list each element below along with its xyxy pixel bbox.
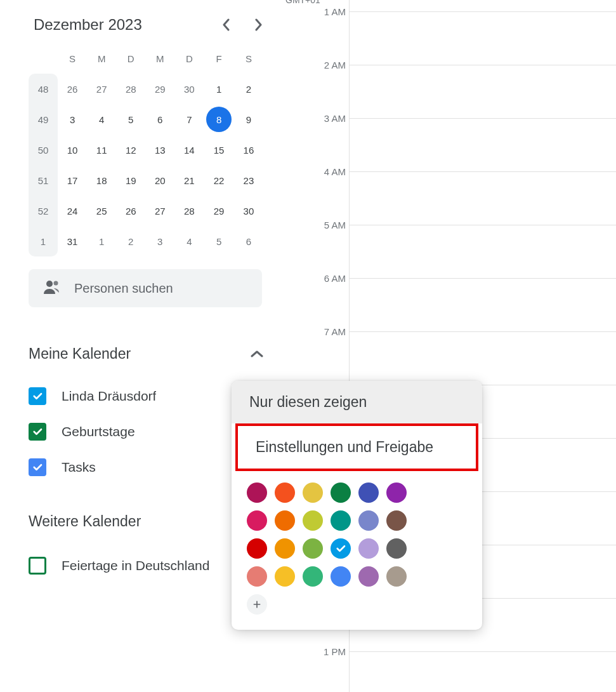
calendar-day[interactable]: 24 <box>58 196 87 226</box>
next-month-button[interactable] <box>251 17 266 32</box>
calendar-day[interactable]: 4 <box>174 226 204 256</box>
calendar-checkbox[interactable] <box>29 423 46 441</box>
calendar-day[interactable]: 4 <box>87 104 116 135</box>
color-swatch[interactable] <box>247 566 267 587</box>
color-swatch[interactable] <box>331 510 351 531</box>
calendar-day[interactable]: 2 <box>234 74 263 104</box>
calendar-day[interactable]: 30 <box>234 196 263 226</box>
calendar-day[interactable]: 26 <box>116 196 145 226</box>
add-custom-color[interactable] <box>247 594 267 615</box>
color-swatch[interactable] <box>303 538 323 559</box>
color-swatch[interactable] <box>386 538 407 559</box>
calendar-day[interactable]: 6 <box>145 104 174 135</box>
people-search[interactable]: Personen suchen <box>29 269 262 307</box>
dow-label: D <box>174 43 204 74</box>
calendar-label: Tasks <box>62 460 96 475</box>
calendar-day[interactable]: 10 <box>58 135 87 165</box>
calendar-day[interactable]: 17 <box>58 165 87 196</box>
calendar-day[interactable]: 25 <box>87 196 116 226</box>
hour-line <box>349 278 616 279</box>
calendar-day[interactable]: 2 <box>116 226 145 256</box>
calendar-day[interactable]: 23 <box>234 165 263 196</box>
mini-calendar[interactable]: SMDMDFS 48262728293012493456789501011121… <box>29 43 263 256</box>
color-swatch[interactable] <box>275 566 295 587</box>
calendar-day[interactable]: 28 <box>116 74 145 104</box>
calendar-day[interactable]: 26 <box>58 74 87 104</box>
calendar-day[interactable]: 6 <box>234 226 263 256</box>
calendar-label: Feiertage in Deutschland <box>62 558 209 573</box>
calendar-day[interactable]: 14 <box>174 135 204 165</box>
calendar-checkbox[interactable] <box>29 458 46 476</box>
color-swatch[interactable] <box>275 538 295 559</box>
calendar-day[interactable]: 19 <box>116 165 145 196</box>
color-swatch[interactable] <box>275 510 295 531</box>
dow-label: F <box>204 43 234 74</box>
chevron-up-icon <box>251 349 263 360</box>
color-swatch[interactable] <box>331 566 351 587</box>
calendar-day[interactable]: 7 <box>174 104 204 135</box>
color-swatch[interactable] <box>247 510 267 531</box>
calendar-day[interactable]: 30 <box>174 74 204 104</box>
calendar-day[interactable]: 28 <box>174 196 204 226</box>
other-calendars-title: Weitere Kalender <box>29 513 141 530</box>
calendar-day[interactable]: 1 <box>87 226 116 256</box>
my-calendars-header[interactable]: Meine Kalender <box>29 345 273 363</box>
calendar-day[interactable]: 27 <box>145 196 174 226</box>
hour-line <box>349 171 616 172</box>
menu-show-only-this[interactable]: Nur diesen zeigen <box>232 381 482 423</box>
week-number: 48 <box>29 74 58 104</box>
color-swatch[interactable] <box>386 566 407 587</box>
calendar-day[interactable]: 20 <box>145 165 174 196</box>
calendar-day[interactable]: 31 <box>58 226 87 256</box>
color-swatch[interactable] <box>275 482 295 503</box>
calendar-day[interactable]: 5 <box>204 226 234 256</box>
calendar-day[interactable]: 5 <box>116 104 145 135</box>
hour-label: 4 AM <box>308 166 346 177</box>
color-swatch[interactable] <box>358 482 379 503</box>
calendar-day[interactable]: 13 <box>145 135 174 165</box>
menu-settings-sharing[interactable]: Einstellungen und Freigabe <box>238 426 476 469</box>
calendar-day[interactable]: 3 <box>58 104 87 135</box>
color-swatch[interactable] <box>247 538 267 559</box>
calendar-day[interactable]: 15 <box>204 135 234 165</box>
calendar-day[interactable]: 1 <box>204 74 234 104</box>
color-swatch[interactable] <box>247 482 267 503</box>
color-swatch[interactable] <box>303 482 323 503</box>
calendar-day[interactable]: 11 <box>87 135 116 165</box>
calendar-day[interactable]: 16 <box>234 135 263 165</box>
color-swatch[interactable] <box>386 510 407 531</box>
calendar-day[interactable]: 18 <box>87 165 116 196</box>
calendar-label: Geburtstage <box>62 424 135 439</box>
hour-label: 3 AM <box>308 113 346 124</box>
color-swatch[interactable] <box>303 510 323 531</box>
hour-line <box>349 331 616 332</box>
color-swatch[interactable] <box>386 482 407 503</box>
calendar-checkbox[interactable] <box>29 557 46 575</box>
calendar-day[interactable]: 27 <box>87 74 116 104</box>
prev-month-button[interactable] <box>218 17 233 32</box>
color-swatch[interactable] <box>331 538 351 559</box>
calendar-day[interactable]: 3 <box>145 226 174 256</box>
hour-label: 7 AM <box>308 326 346 337</box>
dow-label: D <box>116 43 145 74</box>
people-icon <box>43 280 62 296</box>
hour-label: 6 AM <box>308 273 346 284</box>
hour-line <box>349 651 616 652</box>
my-calendars-title: Meine Kalender <box>29 345 131 363</box>
color-swatch[interactable] <box>331 482 351 503</box>
calendar-day[interactable]: 29 <box>204 196 234 226</box>
color-swatch[interactable] <box>303 566 323 587</box>
calendar-day[interactable]: 29 <box>145 74 174 104</box>
calendar-checkbox[interactable] <box>29 387 46 405</box>
color-swatch[interactable] <box>358 510 379 531</box>
svg-point-1 <box>54 281 58 286</box>
dow-label: M <box>87 43 116 74</box>
calendar-day[interactable]: 9 <box>234 104 263 135</box>
calendar-day[interactable]: 22 <box>204 165 234 196</box>
color-swatch[interactable] <box>358 566 379 587</box>
week-number: 1 <box>29 226 58 256</box>
color-swatch[interactable] <box>358 538 379 559</box>
calendar-day[interactable]: 21 <box>174 165 204 196</box>
calendar-day[interactable]: 12 <box>116 135 145 165</box>
calendar-day[interactable]: 8 <box>204 104 234 135</box>
